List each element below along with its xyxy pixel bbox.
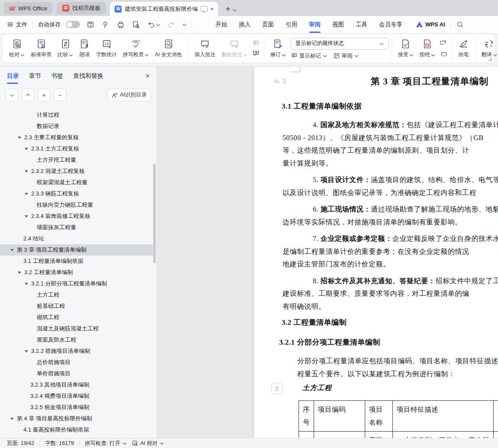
autosave-control[interactable]: 自动保存 xyxy=(38,21,80,29)
menu-tab[interactable]: 审阅 xyxy=(309,21,321,29)
tab-document[interactable]: W 建筑安装工程最高投标限价编 xyxy=(110,2,218,16)
proofread-button[interactable]: 校对 xyxy=(6,37,27,60)
sidebar-scrollbar[interactable] xyxy=(153,164,156,263)
standard-review-button[interactable]: 标准审查 xyxy=(28,37,54,60)
translate-button[interactable]: 文A 翻译 xyxy=(479,37,498,60)
toc-item[interactable]: 3.2.1 分部分项工程量清单编制 xyxy=(0,278,153,289)
quick-access-chevron-icon[interactable] xyxy=(183,22,186,26)
collapse-arrow-icon[interactable] xyxy=(25,350,28,352)
tab-wps-office[interactable]: W WPS Office xyxy=(3,2,53,14)
markup-state-select[interactable]: 显示标记的最终状态 xyxy=(291,38,389,50)
collapse-arrow-icon[interactable] xyxy=(10,249,14,251)
page-indicator[interactable]: 页面: 19/42 xyxy=(7,440,34,447)
toc-item[interactable]: 土方工程 xyxy=(0,289,153,301)
toc-item[interactable]: 柱纵向受力钢筋工程量 xyxy=(0,199,153,211)
toc-item[interactable]: 第 3 章 项目工程量清单编制 xyxy=(0,244,153,256)
print-preview-icon[interactable] xyxy=(132,20,140,29)
toc-item[interactable]: 框架梁混凝土工程量 xyxy=(0,177,153,188)
menu-tab[interactable]: 引用 xyxy=(286,21,297,29)
zoom-in-outline-button[interactable]: + xyxy=(38,89,50,101)
menu-tab[interactable]: 视图 xyxy=(332,21,344,29)
toc-item[interactable]: 桩基础工程 xyxy=(0,301,153,312)
close-sidebar-icon[interactable]: × xyxy=(145,72,150,80)
table-drag-handle[interactable] xyxy=(271,383,283,394)
toc-item[interactable]: 2.4 结论 xyxy=(0,233,153,244)
toc-item[interactable]: 墙面抹灰工程量 xyxy=(0,222,153,233)
toc-item[interactable]: 2.3.3 钢筋工程复核 xyxy=(0,188,153,199)
toc-item[interactable]: 数据记录 xyxy=(0,121,153,132)
collapse-ribbon-icon[interactable] xyxy=(488,57,492,61)
autosave-toggle[interactable] xyxy=(66,21,80,28)
toc-item[interactable]: 屋面及防水工程 xyxy=(0,334,153,346)
read-aloud-button[interactable]: 朗读 xyxy=(77,37,93,60)
sidebar-tab[interactable]: 书签 xyxy=(51,72,63,80)
compare-button[interactable]: 比较 xyxy=(55,37,76,60)
toc-item[interactable]: 4.1 最高投标限价编制依据 xyxy=(0,424,153,435)
collapse-arrow-icon[interactable] xyxy=(18,137,21,139)
file-menu-button[interactable]: 文件 xyxy=(7,21,27,29)
collapse-arrow-icon[interactable] xyxy=(18,272,21,274)
menu-tab[interactable]: 页面 xyxy=(262,21,274,29)
spell-check-button[interactable]: ABC 拼写检查 xyxy=(120,37,151,60)
ai-proofread-button[interactable]: AI 校对 xyxy=(132,440,164,447)
delete-comment-button[interactable]: 删除批注 xyxy=(219,37,250,60)
collapse-arrow-icon[interactable] xyxy=(25,283,28,285)
redo-icon[interactable] xyxy=(167,20,176,29)
print-icon[interactable] xyxy=(116,20,125,29)
search-icon[interactable] xyxy=(456,21,464,29)
show-markup-button[interactable]: 显示标记 xyxy=(291,52,327,60)
collapse-all-button[interactable] xyxy=(22,89,34,101)
sidebar-tab[interactable]: 章节 xyxy=(29,72,41,80)
menu-tab[interactable]: 开始 xyxy=(215,21,227,29)
previous-change-icon[interactable] xyxy=(440,40,447,47)
toc-item[interactable]: 3.2.5 税金项目清单编制 xyxy=(0,402,153,413)
toc-item[interactable]: 3.1 工程量清单编制依据 xyxy=(0,256,153,267)
toc-item[interactable]: 计算过程 xyxy=(0,109,153,121)
toc-item[interactable]: 3.2 工程量清单编制 xyxy=(0,267,153,278)
toc-item[interactable]: 砌筑工程 xyxy=(0,312,153,323)
undo-button[interactable] xyxy=(147,20,161,29)
save-icon[interactable] xyxy=(86,20,95,29)
menu-tab[interactable]: 工具 xyxy=(356,21,367,29)
toc-item[interactable]: 单价措施项目 xyxy=(0,368,153,379)
collapse-arrow-icon[interactable] xyxy=(25,170,28,173)
toc-item[interactable]: 混凝土及钢筋混凝土工程 xyxy=(0,323,153,334)
ai-polish-button[interactable]: AI 全文润色 xyxy=(152,37,185,60)
toc-item[interactable]: 2.3.1 土方工程复核 xyxy=(0,143,153,154)
ai-recognize-toc-button[interactable]: AI识别目录 xyxy=(107,89,151,101)
sidebar-tab[interactable]: 查找和替换 xyxy=(73,72,103,80)
menu-tab[interactable]: 会员专享 xyxy=(379,21,402,29)
next-comment-icon[interactable] xyxy=(252,50,260,57)
insert-comment-button[interactable]: 插入批注 xyxy=(192,37,218,60)
toc-item[interactable]: 2.3.2 混凝土工程复核 xyxy=(0,166,153,177)
document-page[interactable]: H₁ 第 3 章 项目工程量清单编制 3.1 工程量清单编制依据 4. 国家及地… xyxy=(254,67,498,438)
pen-button[interactable]: 画笔 xyxy=(456,37,472,60)
format-painter-icon[interactable] xyxy=(101,20,110,29)
collapse-arrow-icon[interactable] xyxy=(25,215,28,218)
toc-item[interactable]: 土方开挖工程量 xyxy=(0,154,153,166)
sidebar-tab[interactable]: 目录 xyxy=(7,72,19,80)
word-count-button[interactable]: 12 字数统计 xyxy=(93,37,119,60)
previous-comment-icon[interactable] xyxy=(252,40,260,47)
collapse-arrow-icon[interactable] xyxy=(10,418,14,420)
toc-item[interactable]: 2.3.4 装饰装修工程复核 xyxy=(0,211,153,222)
next-change-icon[interactable] xyxy=(440,50,447,57)
menu-tab[interactable]: 插入 xyxy=(239,21,251,29)
word-count-indicator[interactable]: 字数: 16179 xyxy=(45,440,74,447)
toc-item[interactable]: 3.2.3 其他项目清单编制 xyxy=(0,379,153,390)
review-pane-button[interactable]: 审阅 xyxy=(333,52,359,60)
track-changes-button[interactable]: 修订 xyxy=(268,37,289,60)
expand-all-button[interactable] xyxy=(6,89,18,101)
new-tab-button[interactable]: + xyxy=(225,5,231,13)
collapse-arrow-icon[interactable] xyxy=(25,148,28,150)
reject-button[interactable]: 拒绝 xyxy=(417,37,438,60)
tab-list-chevron-icon[interactable] xyxy=(233,8,236,11)
toc-item[interactable]: 3.2.4 规费项目清单编制 xyxy=(0,390,153,402)
spell-check-indicator[interactable]: 拼写检查: 打开 xyxy=(85,440,127,447)
accept-button[interactable]: 接受 xyxy=(395,37,416,60)
zoom-out-outline-button[interactable]: − xyxy=(54,89,66,101)
collapse-arrow-icon[interactable] xyxy=(25,193,28,195)
toc-item[interactable]: 总价措施项目 xyxy=(0,357,153,368)
wps-ai-button[interactable]: WPS AI xyxy=(416,21,445,28)
toc-item[interactable]: 第 4 章 项目最高投标限价编制 xyxy=(0,413,153,424)
